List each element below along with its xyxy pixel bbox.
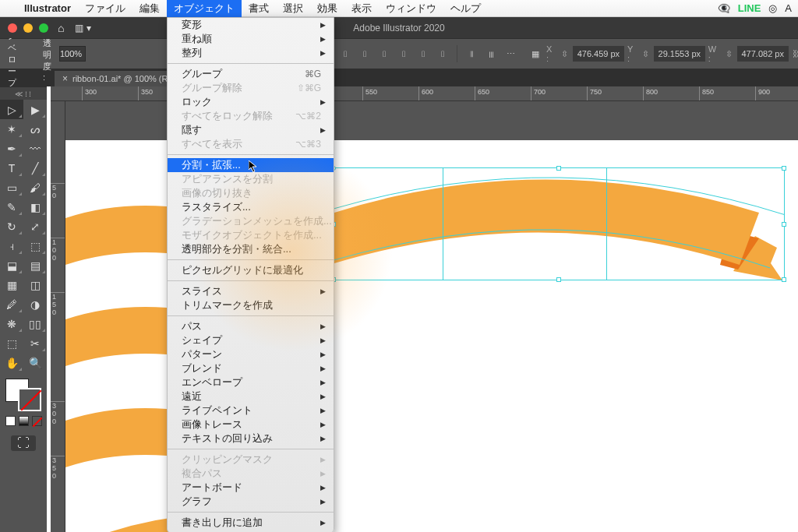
menu-live-paint[interactable]: ライブペイント — [168, 403, 334, 417]
menu-arrange[interactable]: 重ね順 — [168, 32, 334, 46]
view-mode-dropdown[interactable]: ▥ ▾ — [75, 23, 90, 33]
menu-pattern[interactable]: パターン — [168, 347, 334, 361]
ribbon-artwork-2[interactable] — [65, 203, 167, 273]
mesh-tool[interactable]: ▦ — [0, 275, 23, 294]
w-field[interactable]: 477.082 px — [737, 46, 789, 62]
symbol-sprayer-tool[interactable]: ❋ — [0, 314, 23, 333]
menu-trim-marks[interactable]: トリムマークを作成 — [168, 298, 334, 312]
menu-envelope[interactable]: エンベロープ — [168, 375, 334, 389]
menu-rasterize[interactable]: ラスタライズ... — [168, 200, 334, 214]
stepper-icon[interactable]: ⇳ — [641, 49, 651, 59]
ribbon-artwork-3[interactable] — [65, 304, 167, 374]
menu-window[interactable]: ウィンドウ — [379, 0, 443, 17]
direct-selection-tool[interactable]: ▶ — [23, 100, 47, 119]
fill-stroke-swatch[interactable] — [5, 379, 41, 411]
home-button[interactable]: ⌂ — [58, 22, 64, 34]
menu-hide[interactable]: 隠す — [168, 123, 334, 137]
menu-flatten-transparency[interactable]: 透明部分を分割・統合... — [168, 242, 334, 256]
magic-wand-tool[interactable]: ✶ — [0, 119, 23, 139]
line-tool[interactable]: ╱ — [23, 158, 47, 178]
menu-object[interactable]: オブジェクト — [167, 0, 242, 17]
align-vcenter-icon[interactable]: 􀌋 — [415, 45, 432, 62]
shape-builder-tool[interactable]: ⬓ — [0, 255, 23, 275]
gradient-tool[interactable]: ◫ — [23, 275, 47, 294]
close-window-icon[interactable] — [8, 23, 17, 33]
type-tool[interactable]: T — [0, 158, 23, 178]
menu-expand[interactable]: 分割・拡張... — [168, 158, 334, 172]
distribute-h-icon[interactable]: ⫼ — [482, 45, 500, 62]
blend-tool[interactable]: ◑ — [23, 294, 47, 314]
eye-slash-icon[interactable]: 👁‍🗨 — [718, 2, 730, 14]
ribbon-artwork-4[interactable] — [65, 405, 167, 475]
hand-tool[interactable]: ✋ — [0, 353, 23, 372]
traffic-lights[interactable] — [0, 23, 48, 33]
align-more-icon[interactable]: ⋯ — [502, 45, 519, 62]
opacity-field[interactable]: 100% — [59, 46, 86, 62]
line-icon[interactable]: LINE — [738, 2, 761, 14]
selection-bounding-box[interactable] — [333, 167, 785, 280]
menu-artboards[interactable]: アートボード — [168, 481, 334, 495]
stepper-icon[interactable]: ⇳ — [723, 49, 733, 59]
vertical-ruler[interactable]: 50100150350300 — [51, 101, 65, 532]
curvature-tool[interactable]: 〰 — [23, 139, 47, 158]
menu-view[interactable]: 表示 — [344, 0, 379, 17]
link-wh-icon[interactable]: ⛓ — [792, 49, 798, 58]
free-transform-tool[interactable]: ⬚ — [23, 236, 47, 255]
menu-type[interactable]: 書式 — [242, 0, 276, 17]
menu-shape[interactable]: シェイプ — [168, 333, 334, 347]
close-tab-icon[interactable]: × — [62, 73, 68, 84]
align-bottom-icon[interactable]: 􀌌 — [434, 45, 451, 62]
align-top-icon[interactable]: 􀌊 — [395, 45, 412, 62]
menu-add-export[interactable]: 書き出し用に追加 — [168, 516, 334, 530]
artboard-tool[interactable]: ⬚ — [0, 333, 23, 353]
menu-perspective[interactable]: 遠近 — [168, 389, 334, 403]
stepper-icon[interactable]: ⇳ — [560, 49, 570, 59]
lasso-tool[interactable]: ᔕ — [23, 119, 47, 139]
horizontal-ruler[interactable]: 3003504004505005506006507007508008509009… — [51, 86, 798, 101]
menu-image-trace[interactable]: 画像トレース — [168, 417, 334, 432]
zoom-tool[interactable]: 🔍 — [23, 353, 47, 372]
width-tool[interactable]: ⫞ — [0, 236, 23, 255]
minimize-window-icon[interactable] — [23, 23, 33, 33]
menu-transform[interactable]: 変形 — [168, 18, 334, 32]
menu-text-wrap[interactable]: テキストの回り込み — [168, 432, 334, 446]
menu-slice[interactable]: スライス — [168, 284, 334, 298]
eraser-tool[interactable]: ◧ — [23, 197, 47, 217]
graph-tool[interactable]: ▯▯ — [23, 314, 47, 333]
menu-lock[interactable]: ロック — [168, 95, 334, 109]
menu-blend[interactable]: ブレンド — [168, 361, 334, 375]
menu-align[interactable]: 整列 — [168, 46, 334, 60]
paintbrush-tool[interactable]: 🖌 — [23, 178, 47, 197]
zoom-window-icon[interactable] — [39, 23, 48, 33]
scale-tool[interactable]: ⤢ — [23, 217, 47, 236]
menu-graph[interactable]: グラフ — [168, 495, 334, 509]
distribute-v-icon[interactable]: ⫴ — [463, 45, 480, 62]
target-icon[interactable]: ◎ — [768, 2, 777, 14]
slice-tool[interactable]: ✂ — [23, 333, 47, 353]
menu-effect[interactable]: 効果 — [310, 0, 344, 17]
align-hcenter-icon[interactable]: 􀌈 — [356, 45, 373, 62]
menu-help[interactable]: ヘルプ — [443, 0, 488, 17]
menu-path[interactable]: パス — [168, 319, 334, 333]
menu-select[interactable]: 選択 — [276, 0, 310, 17]
app-name[interactable]: Illustrator — [17, 2, 78, 14]
menu-pixel-perfect[interactable]: ピクセルグリッドに最適化 — [168, 263, 334, 277]
rectangle-tool[interactable]: ▭ — [0, 178, 23, 197]
menu-edit[interactable]: 編集 — [132, 0, 167, 17]
stroke-swatch[interactable] — [18, 388, 41, 411]
y-field[interactable]: 29.1553 px — [654, 46, 705, 62]
pen-tool[interactable]: ✒ — [0, 139, 23, 158]
shaper-tool[interactable]: ✎ — [0, 197, 23, 217]
x-field[interactable]: 476.459 px — [573, 46, 624, 62]
color-mode-buttons[interactable] — [5, 416, 47, 426]
document-tab[interactable]: × ribbon-01.ai* @ 100% (RC — [55, 71, 182, 86]
menu-file[interactable]: ファイル — [78, 0, 132, 17]
menu-group[interactable]: グループ⌘G — [168, 67, 334, 81]
letter-a-icon[interactable]: A — [785, 2, 792, 14]
perspective-tool[interactable]: ▤ — [23, 255, 47, 275]
align-right-icon[interactable]: 􀌉 — [376, 45, 393, 62]
screen-mode-button[interactable]: ⛶ — [11, 435, 36, 451]
rotate-tool[interactable]: ↻ — [0, 217, 23, 236]
align-left-icon[interactable]: 􀌇 — [337, 45, 354, 62]
reference-point-icon[interactable]: ▦ — [527, 45, 543, 62]
